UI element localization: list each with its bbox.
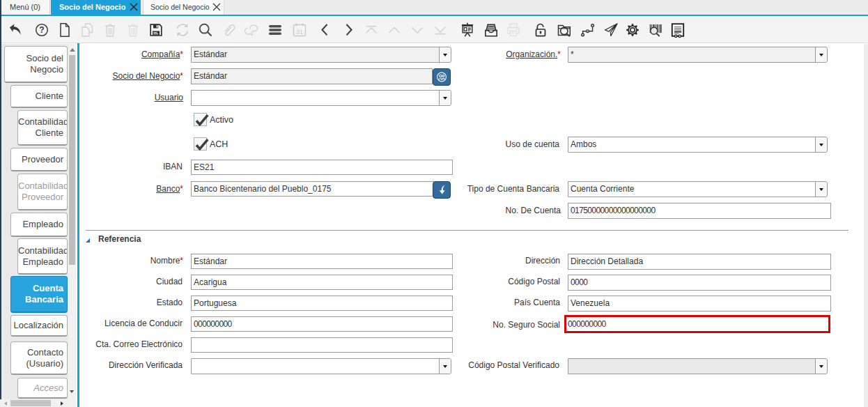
svg-text:31: 31: [296, 29, 303, 36]
svg-text:?: ?: [39, 25, 44, 35]
